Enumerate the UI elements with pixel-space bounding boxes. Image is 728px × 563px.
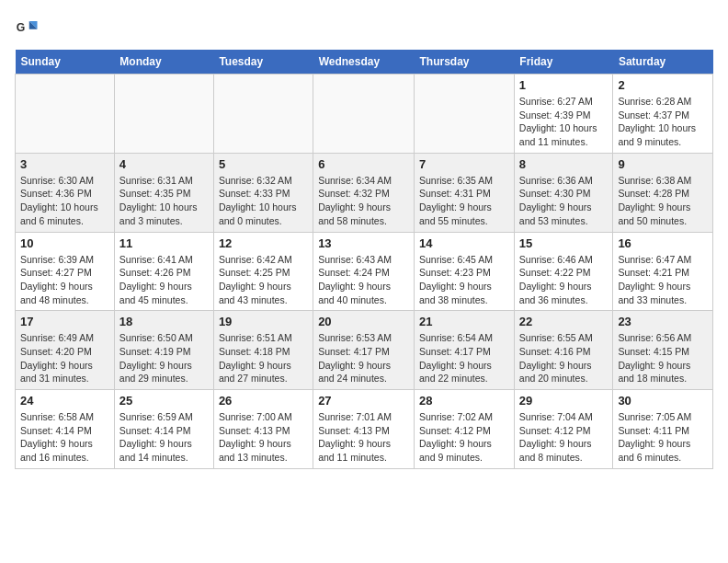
day-info: Sunrise: 6:47 AM Sunset: 4:21 PM Dayligh… bbox=[618, 253, 708, 307]
col-header-thursday: Thursday bbox=[415, 50, 515, 75]
day-info: Sunrise: 6:46 AM Sunset: 4:22 PM Dayligh… bbox=[519, 253, 609, 307]
day-number: 18 bbox=[119, 315, 209, 328]
calendar-cell: 3Sunrise: 6:30 AM Sunset: 4:36 PM Daylig… bbox=[16, 153, 115, 232]
day-info: Sunrise: 6:51 AM Sunset: 4:18 PM Dayligh… bbox=[219, 331, 308, 385]
calendar-cell bbox=[313, 75, 415, 154]
day-number: 9 bbox=[618, 157, 708, 171]
day-number: 1 bbox=[519, 78, 609, 92]
logo: G bbox=[15, 15, 44, 40]
calendar-cell bbox=[114, 75, 213, 154]
calendar-cell: 13Sunrise: 6:43 AM Sunset: 4:24 PM Dayli… bbox=[313, 232, 415, 311]
day-number: 26 bbox=[219, 394, 308, 408]
calendar-cell: 17Sunrise: 6:49 AM Sunset: 4:20 PM Dayli… bbox=[16, 311, 115, 390]
calendar-cell: 12Sunrise: 6:42 AM Sunset: 4:25 PM Dayli… bbox=[213, 232, 313, 311]
calendar-header-row: SundayMondayTuesdayWednesdayThursdayFrid… bbox=[16, 50, 713, 75]
col-header-monday: Monday bbox=[114, 50, 213, 75]
calendar-cell: 24Sunrise: 6:58 AM Sunset: 4:14 PM Dayli… bbox=[16, 390, 115, 469]
day-info: Sunrise: 6:49 AM Sunset: 4:20 PM Dayligh… bbox=[20, 331, 109, 385]
day-info: Sunrise: 6:36 AM Sunset: 4:30 PM Dayligh… bbox=[519, 174, 609, 228]
day-number: 15 bbox=[519, 236, 609, 250]
day-info: Sunrise: 6:58 AM Sunset: 4:14 PM Dayligh… bbox=[20, 410, 109, 465]
calendar-cell: 23Sunrise: 6:56 AM Sunset: 4:15 PM Dayli… bbox=[613, 311, 713, 390]
day-number: 25 bbox=[119, 394, 209, 408]
calendar-cell: 22Sunrise: 6:55 AM Sunset: 4:16 PM Dayli… bbox=[514, 311, 613, 390]
col-header-sunday: Sunday bbox=[16, 50, 115, 75]
day-info: Sunrise: 6:55 AM Sunset: 4:16 PM Dayligh… bbox=[519, 331, 609, 385]
day-info: Sunrise: 6:35 AM Sunset: 4:31 PM Dayligh… bbox=[419, 174, 509, 228]
calendar-cell: 18Sunrise: 6:50 AM Sunset: 4:19 PM Dayli… bbox=[114, 311, 213, 390]
calendar-cell: 15Sunrise: 6:46 AM Sunset: 4:22 PM Dayli… bbox=[514, 232, 613, 311]
calendar-cell bbox=[415, 75, 515, 154]
day-info: Sunrise: 6:43 AM Sunset: 4:24 PM Dayligh… bbox=[318, 253, 409, 307]
svg-text:G: G bbox=[17, 21, 26, 34]
calendar-cell: 1Sunrise: 6:27 AM Sunset: 4:39 PM Daylig… bbox=[514, 75, 613, 154]
day-number: 16 bbox=[618, 236, 708, 250]
day-info: Sunrise: 6:27 AM Sunset: 4:39 PM Dayligh… bbox=[519, 95, 609, 149]
day-info: Sunrise: 7:02 AM Sunset: 4:12 PM Dayligh… bbox=[419, 410, 509, 465]
calendar-cell: 28Sunrise: 7:02 AM Sunset: 4:12 PM Dayli… bbox=[415, 390, 515, 469]
calendar-cell: 26Sunrise: 7:00 AM Sunset: 4:13 PM Dayli… bbox=[213, 390, 313, 469]
header: G bbox=[15, 15, 713, 40]
col-header-tuesday: Tuesday bbox=[213, 50, 313, 75]
day-number: 3 bbox=[20, 157, 109, 171]
day-info: Sunrise: 6:41 AM Sunset: 4:26 PM Dayligh… bbox=[119, 253, 209, 307]
calendar-cell bbox=[213, 75, 313, 154]
day-number: 17 bbox=[20, 315, 109, 328]
day-info: Sunrise: 6:28 AM Sunset: 4:37 PM Dayligh… bbox=[618, 95, 708, 149]
calendar-cell: 2Sunrise: 6:28 AM Sunset: 4:37 PM Daylig… bbox=[613, 75, 713, 154]
calendar-cell: 16Sunrise: 6:47 AM Sunset: 4:21 PM Dayli… bbox=[613, 232, 713, 311]
calendar-cell: 6Sunrise: 6:34 AM Sunset: 4:32 PM Daylig… bbox=[313, 153, 415, 232]
calendar-cell: 27Sunrise: 7:01 AM Sunset: 4:13 PM Dayli… bbox=[313, 390, 415, 469]
day-number: 24 bbox=[20, 394, 109, 408]
calendar-cell: 14Sunrise: 6:45 AM Sunset: 4:23 PM Dayli… bbox=[415, 232, 515, 311]
week-row-5: 24Sunrise: 6:58 AM Sunset: 4:14 PM Dayli… bbox=[16, 390, 713, 469]
day-number: 22 bbox=[519, 315, 609, 328]
calendar-cell: 21Sunrise: 6:54 AM Sunset: 4:17 PM Dayli… bbox=[415, 311, 515, 390]
day-info: Sunrise: 6:34 AM Sunset: 4:32 PM Dayligh… bbox=[318, 174, 409, 228]
day-info: Sunrise: 6:30 AM Sunset: 4:36 PM Dayligh… bbox=[20, 174, 109, 228]
day-number: 21 bbox=[419, 315, 509, 328]
calendar-cell: 19Sunrise: 6:51 AM Sunset: 4:18 PM Dayli… bbox=[213, 311, 313, 390]
day-number: 30 bbox=[618, 394, 708, 408]
day-info: Sunrise: 6:42 AM Sunset: 4:25 PM Dayligh… bbox=[219, 253, 308, 307]
day-number: 29 bbox=[519, 394, 609, 408]
day-info: Sunrise: 7:01 AM Sunset: 4:13 PM Dayligh… bbox=[318, 410, 409, 465]
day-info: Sunrise: 7:04 AM Sunset: 4:12 PM Dayligh… bbox=[519, 410, 609, 465]
col-header-friday: Friday bbox=[514, 50, 613, 75]
day-info: Sunrise: 6:54 AM Sunset: 4:17 PM Dayligh… bbox=[419, 331, 509, 385]
day-number: 8 bbox=[519, 157, 609, 171]
day-number: 19 bbox=[219, 315, 308, 328]
calendar-cell: 8Sunrise: 6:36 AM Sunset: 4:30 PM Daylig… bbox=[514, 153, 613, 232]
calendar-cell: 20Sunrise: 6:53 AM Sunset: 4:17 PM Dayli… bbox=[313, 311, 415, 390]
day-info: Sunrise: 6:38 AM Sunset: 4:28 PM Dayligh… bbox=[618, 174, 708, 228]
day-number: 2 bbox=[618, 78, 708, 92]
calendar-cell: 11Sunrise: 6:41 AM Sunset: 4:26 PM Dayli… bbox=[114, 232, 213, 311]
day-info: Sunrise: 6:39 AM Sunset: 4:27 PM Dayligh… bbox=[20, 253, 109, 307]
week-row-3: 10Sunrise: 6:39 AM Sunset: 4:27 PM Dayli… bbox=[16, 232, 713, 311]
day-info: Sunrise: 6:31 AM Sunset: 4:35 PM Dayligh… bbox=[119, 174, 209, 228]
day-number: 4 bbox=[119, 157, 209, 171]
day-info: Sunrise: 6:32 AM Sunset: 4:33 PM Dayligh… bbox=[219, 174, 308, 228]
calendar-cell: 29Sunrise: 7:04 AM Sunset: 4:12 PM Dayli… bbox=[514, 390, 613, 469]
calendar-cell: 30Sunrise: 7:05 AM Sunset: 4:11 PM Dayli… bbox=[613, 390, 713, 469]
calendar-cell bbox=[16, 75, 115, 154]
day-info: Sunrise: 7:00 AM Sunset: 4:13 PM Dayligh… bbox=[219, 410, 308, 465]
col-header-wednesday: Wednesday bbox=[313, 50, 415, 75]
calendar-body: 1Sunrise: 6:27 AM Sunset: 4:39 PM Daylig… bbox=[16, 75, 713, 469]
calendar-cell: 10Sunrise: 6:39 AM Sunset: 4:27 PM Dayli… bbox=[16, 232, 115, 311]
day-number: 13 bbox=[318, 236, 409, 250]
logo-icon: G bbox=[15, 15, 40, 40]
week-row-2: 3Sunrise: 6:30 AM Sunset: 4:36 PM Daylig… bbox=[16, 153, 713, 232]
calendar-cell: 7Sunrise: 6:35 AM Sunset: 4:31 PM Daylig… bbox=[415, 153, 515, 232]
day-info: Sunrise: 7:05 AM Sunset: 4:11 PM Dayligh… bbox=[618, 410, 708, 465]
day-number: 10 bbox=[20, 236, 109, 250]
day-info: Sunrise: 6:59 AM Sunset: 4:14 PM Dayligh… bbox=[119, 410, 209, 465]
day-number: 6 bbox=[318, 157, 409, 171]
day-number: 27 bbox=[318, 394, 409, 408]
week-row-4: 17Sunrise: 6:49 AM Sunset: 4:20 PM Dayli… bbox=[16, 311, 713, 390]
day-number: 14 bbox=[419, 236, 509, 250]
day-number: 12 bbox=[219, 236, 308, 250]
day-number: 7 bbox=[419, 157, 509, 171]
calendar-cell: 5Sunrise: 6:32 AM Sunset: 4:33 PM Daylig… bbox=[213, 153, 313, 232]
day-info: Sunrise: 6:56 AM Sunset: 4:15 PM Dayligh… bbox=[618, 331, 708, 385]
